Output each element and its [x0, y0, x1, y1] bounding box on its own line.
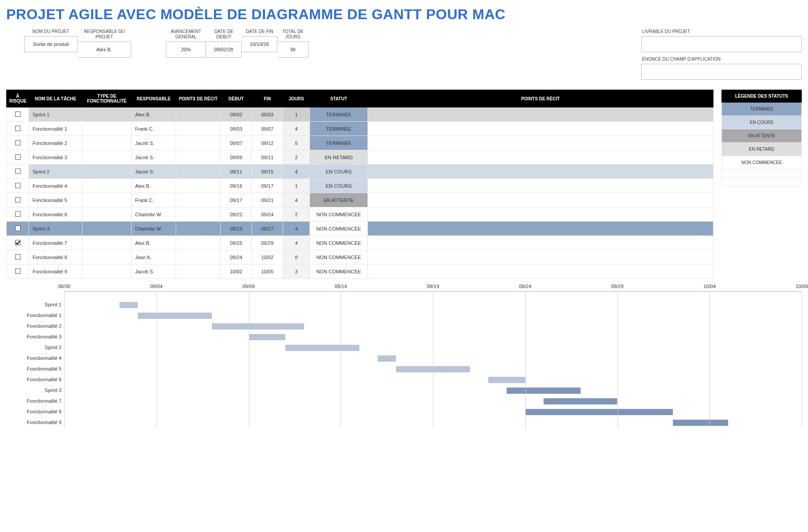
start-cell[interactable]: 09/03 — [221, 122, 252, 136]
type-cell[interactable] — [82, 150, 132, 165]
owner-cell[interactable]: Jacob S. — [132, 264, 176, 279]
story-cell[interactable] — [368, 193, 713, 207]
task-name-cell[interactable]: Sprint 3 — [29, 222, 82, 236]
gantt-bar[interactable] — [378, 355, 396, 362]
end-cell[interactable]: 09/12 — [252, 136, 283, 150]
owner-cell[interactable]: Jacob S. — [132, 165, 176, 179]
points-cell[interactable] — [176, 165, 221, 179]
task-name-cell[interactable]: Sprint 2 — [29, 165, 82, 179]
days-cell[interactable]: 3 — [283, 264, 310, 279]
risk-checkbox[interactable] — [15, 183, 21, 188]
gantt-bar[interactable] — [507, 388, 580, 394]
owner-cell[interactable]: Charlotte W. — [132, 207, 176, 222]
start-cell[interactable]: 09/25 — [221, 236, 252, 250]
task-name-cell[interactable]: Fonctionnalité 1 — [29, 122, 82, 136]
status-cell[interactable]: NON COMMENCÉE — [310, 250, 368, 264]
points-cell[interactable] — [176, 107, 221, 122]
type-cell[interactable] — [82, 250, 132, 264]
task-name-cell[interactable]: Fonctionnalité 3 — [29, 150, 82, 165]
story-cell[interactable] — [368, 150, 713, 165]
days-cell[interactable]: 4 — [283, 122, 310, 136]
points-cell[interactable] — [176, 193, 221, 207]
days-cell[interactable]: 1 — [283, 107, 310, 122]
story-cell[interactable] — [368, 250, 713, 264]
risk-checkbox[interactable] — [15, 197, 21, 202]
task-name-cell[interactable]: Fonctionnalité 7 — [29, 236, 82, 250]
start-cell[interactable]: 09/16 — [221, 179, 252, 193]
days-cell[interactable]: 2 — [283, 207, 310, 222]
points-cell[interactable] — [176, 179, 221, 193]
story-cell[interactable] — [368, 222, 713, 236]
task-name-cell[interactable]: Fonctionnalité 8 — [29, 250, 82, 264]
gantt-bar[interactable] — [673, 420, 728, 426]
gantt-bar[interactable] — [120, 302, 138, 308]
end-cell[interactable]: 10/05 — [252, 264, 283, 279]
start-date-field[interactable]: 09/02/28 — [206, 41, 242, 58]
gantt-bar[interactable] — [138, 313, 211, 319]
days-cell[interactable]: 1 — [283, 179, 310, 193]
gantt-bar[interactable] — [488, 377, 525, 383]
owner-cell[interactable]: Alex B. — [132, 107, 176, 122]
story-cell[interactable] — [368, 165, 713, 179]
type-cell[interactable] — [82, 207, 132, 222]
status-cell[interactable]: NON COMMENCÉE — [310, 207, 368, 222]
end-cell[interactable]: 09/11 — [252, 150, 283, 165]
task-name-cell[interactable]: Fonctionnalité 9 — [29, 264, 82, 279]
end-cell[interactable]: 09/24 — [252, 207, 283, 222]
gantt-bar[interactable] — [249, 334, 286, 340]
owner-cell[interactable]: Alex B. — [132, 179, 176, 193]
status-cell[interactable]: NON COMMENCÉE — [310, 222, 368, 236]
status-cell[interactable]: NON COMMENCÉE — [310, 236, 368, 250]
points-cell[interactable] — [176, 250, 221, 264]
story-cell[interactable] — [368, 236, 713, 250]
progress-field[interactable]: 20% — [166, 41, 206, 58]
start-cell[interactable]: 10/02 — [221, 264, 252, 279]
start-cell[interactable]: 09/17 — [221, 193, 252, 207]
start-cell[interactable]: 09/09 — [221, 150, 252, 165]
type-cell[interactable] — [82, 165, 132, 179]
task-name-cell[interactable]: Fonctionnalité 2 — [29, 136, 82, 150]
owner-cell[interactable]: Alex B. — [132, 236, 176, 250]
status-cell[interactable]: EN ATTENTE — [310, 193, 368, 207]
days-cell[interactable]: 8 — [283, 250, 310, 264]
risk-checkbox[interactable] — [15, 211, 21, 217]
risk-checkbox[interactable] — [15, 140, 21, 145]
start-cell[interactable]: 09/23 — [221, 222, 252, 236]
points-cell[interactable] — [176, 150, 221, 165]
project-manager-field[interactable]: Alex B. — [78, 41, 131, 58]
project-name-field[interactable]: Sortie de produit — [24, 36, 78, 52]
gantt-bar[interactable] — [544, 398, 617, 404]
end-cell[interactable]: 09/21 — [252, 193, 283, 207]
type-cell[interactable] — [82, 122, 132, 136]
status-cell[interactable]: EN RETARD — [310, 150, 368, 165]
status-cell[interactable]: EN COURS — [310, 165, 368, 179]
end-cell[interactable]: 09/27 — [252, 222, 283, 236]
task-name-cell[interactable]: Fonctionnalité 6 — [29, 207, 82, 222]
end-cell[interactable]: 09/17 — [252, 179, 283, 193]
story-cell[interactable] — [368, 122, 713, 136]
owner-cell[interactable]: Charlotte W. — [132, 222, 176, 236]
scope-field[interactable] — [641, 64, 802, 80]
owner-cell[interactable]: Frank C. — [132, 122, 176, 136]
end-cell[interactable]: 09/07 — [252, 122, 283, 136]
owner-cell[interactable]: Jacob S. — [132, 150, 176, 165]
status-cell[interactable]: NON COMMENCÉE — [310, 264, 368, 279]
risk-checkbox[interactable] — [15, 169, 21, 174]
days-cell[interactable]: 4 — [283, 222, 310, 236]
risk-checkbox[interactable] — [15, 111, 21, 117]
story-cell[interactable] — [368, 207, 713, 222]
points-cell[interactable] — [176, 207, 221, 222]
type-cell[interactable] — [82, 193, 132, 207]
days-cell[interactable]: 4 — [283, 236, 310, 250]
start-cell[interactable]: 09/02 — [221, 107, 252, 122]
start-cell[interactable]: 09/22 — [221, 207, 252, 222]
gantt-bar[interactable] — [525, 409, 673, 415]
days-cell[interactable]: 5 — [283, 136, 310, 150]
risk-checkbox[interactable] — [15, 268, 21, 274]
type-cell[interactable] — [82, 264, 132, 279]
end-cell[interactable]: 09/29 — [252, 236, 283, 250]
type-cell[interactable] — [82, 222, 132, 236]
owner-cell[interactable]: Jean K. — [132, 250, 176, 264]
start-cell[interactable]: 09/07 — [221, 136, 252, 150]
type-cell[interactable] — [82, 236, 132, 250]
